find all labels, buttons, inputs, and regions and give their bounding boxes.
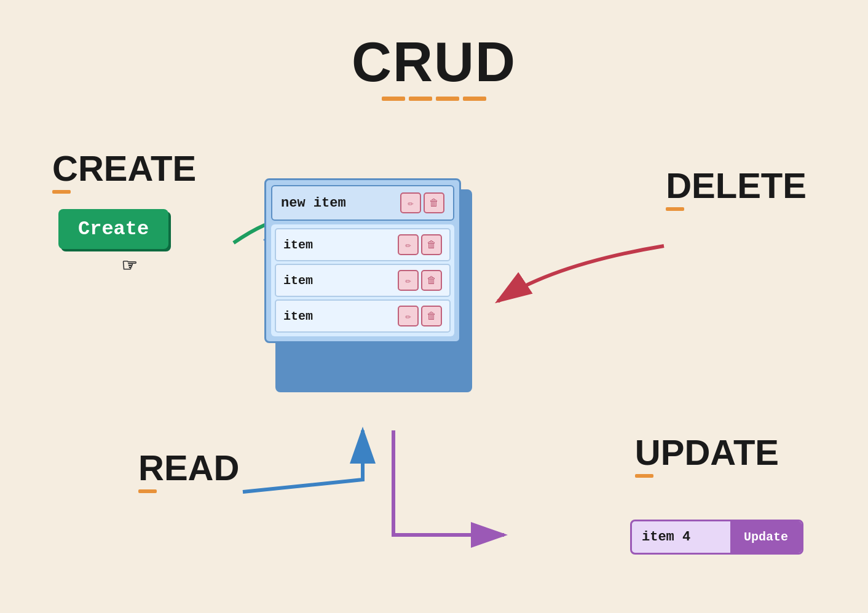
update-form: Update (630, 520, 803, 555)
item-3-actions: ✏ 🗑 (398, 306, 442, 326)
update-underline-bar (635, 474, 653, 478)
underline-bar-4 (463, 97, 486, 101)
crud-list-container: new item ✏ 🗑 item ✏ 🗑 item ✏ 🗑 (264, 178, 486, 343)
create-button[interactable]: Create (58, 209, 168, 249)
update-label-section: UPDATE (635, 432, 779, 478)
item-1-delete-button[interactable]: 🗑 (421, 234, 442, 255)
create-label-section: CREATE (52, 148, 196, 194)
main-title: CRUD (352, 31, 516, 94)
underline-bar-3 (436, 97, 459, 101)
item-2-actions: ✏ 🗑 (398, 270, 442, 291)
delete-underline (666, 207, 807, 211)
table-row: item ✏ 🗑 (275, 228, 451, 261)
table-row: item ✏ 🗑 (275, 264, 451, 297)
new-item-row: new item ✏ 🗑 (271, 185, 454, 221)
create-underline-bar (52, 190, 71, 194)
update-submit-button[interactable]: Update (730, 521, 802, 553)
cursor-hand-icon: ☞ (123, 252, 136, 279)
underline-bar-1 (382, 97, 405, 101)
item-text-3: item (283, 309, 313, 323)
item-1-actions: ✏ 🗑 (398, 234, 442, 255)
table-row: item ✏ 🗑 (275, 299, 451, 333)
underline-bar-2 (409, 97, 432, 101)
read-label-section: READ (138, 447, 239, 493)
update-label-text: UPDATE (635, 432, 779, 473)
item-text-1: item (283, 238, 313, 252)
item-2-edit-button[interactable]: ✏ (398, 270, 419, 291)
create-underline (52, 190, 196, 194)
item-3-delete-button[interactable]: 🗑 (421, 306, 442, 326)
item-2-delete-button[interactable]: 🗑 (421, 270, 442, 291)
item-1-edit-button[interactable]: ✏ (398, 234, 419, 255)
item-text-2: item (283, 274, 313, 288)
delete-label-text: DELETE (666, 165, 807, 206)
update-input-field[interactable] (632, 522, 730, 552)
read-underline (138, 489, 239, 493)
new-item-edit-button[interactable]: ✏ (400, 192, 421, 213)
item-rows: item ✏ 🗑 item ✏ 🗑 item ✏ 🗑 (271, 224, 454, 336)
delete-underline-bar (666, 207, 684, 211)
new-item-actions: ✏ 🗑 (400, 192, 444, 213)
update-underline (635, 474, 779, 478)
title-section: CRUD (352, 31, 516, 101)
read-underline-bar (138, 489, 157, 493)
read-label-text: READ (138, 447, 239, 488)
title-underline (352, 97, 516, 101)
list-front-panel: new item ✏ 🗑 item ✏ 🗑 item ✏ 🗑 (264, 178, 461, 343)
item-3-edit-button[interactable]: ✏ (398, 306, 419, 326)
new-item-delete-button[interactable]: 🗑 (424, 192, 444, 213)
new-item-text: new item (281, 196, 346, 211)
delete-label-section: DELETE (666, 165, 807, 211)
create-label-text: CREATE (52, 148, 196, 189)
